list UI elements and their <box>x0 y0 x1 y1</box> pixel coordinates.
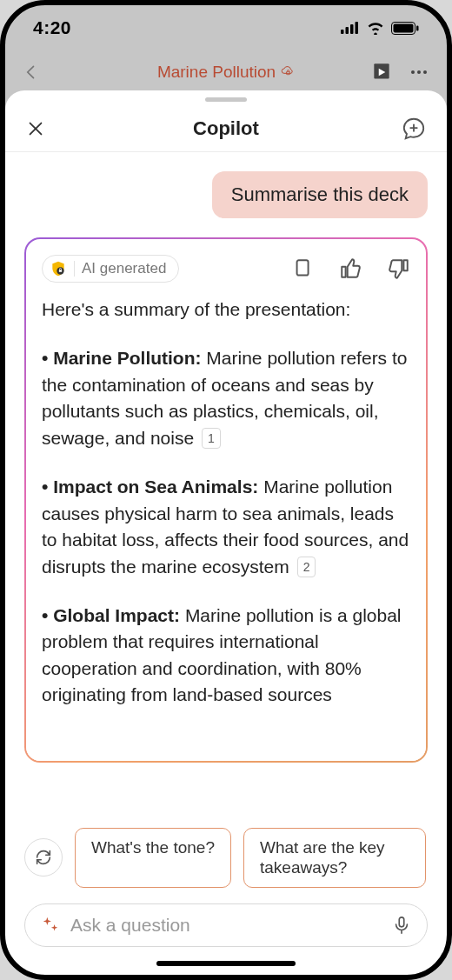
status-bar: 4:20 <box>5 5 447 50</box>
status-icons <box>341 21 419 35</box>
ai-bullet: • Marine Pollution: Marine pollution ref… <box>42 345 410 451</box>
doc-title-text: Marine Pollution <box>157 63 276 82</box>
ai-bullet: • Global Impact: Marine pollution is a g… <box>42 603 410 709</box>
svg-rect-6 <box>416 25 419 30</box>
svg-rect-12 <box>59 270 62 272</box>
chat-input[interactable] <box>70 915 382 936</box>
svg-rect-1 <box>346 27 349 34</box>
svg-rect-2 <box>350 24 354 34</box>
chat-input-bar[interactable] <box>24 903 428 947</box>
suggestions-row: What's the tone? What are the key takeaw… <box>5 814 447 889</box>
home-indicator[interactable] <box>156 961 296 966</box>
refresh-icon <box>34 848 53 867</box>
suggestion-pill[interactable]: What's the tone? <box>75 828 231 889</box>
bg-app-header: Marine Pollution <box>5 50 447 94</box>
citation-badge[interactable]: 1 <box>202 428 221 449</box>
ai-intro-text: Here's a summary of the presentation: <box>42 297 410 323</box>
more-icon[interactable] <box>409 62 429 83</box>
back-icon[interactable] <box>23 63 40 81</box>
sparkle-icon <box>41 916 60 935</box>
signal-icon <box>341 22 360 34</box>
thumbs-up-button[interactable] <box>339 257 362 280</box>
svg-rect-0 <box>341 30 344 34</box>
svg-rect-3 <box>356 22 359 34</box>
svg-point-10 <box>423 70 427 74</box>
svg-rect-13 <box>297 260 309 275</box>
copy-button[interactable] <box>290 257 313 280</box>
chat-body: Summarise this deck AI generated <box>5 152 447 814</box>
ai-bullet: • Impact on Sea Animals: Marine pollutio… <box>42 474 410 580</box>
presenter-icon[interactable] <box>370 61 393 83</box>
suggestion-pill[interactable]: What are the key takeaways? <box>243 828 426 889</box>
sheet-grabber[interactable] <box>205 97 247 102</box>
ai-response-card: AI generated Here's a summary of the pre… <box>24 237 428 763</box>
refresh-suggestions-button[interactable] <box>24 838 63 877</box>
cloud-lock-icon <box>281 65 295 79</box>
svg-point-9 <box>417 70 421 74</box>
svg-rect-5 <box>394 23 414 32</box>
mic-icon[interactable] <box>392 915 411 936</box>
battery-icon <box>391 22 419 35</box>
status-time: 4:20 <box>33 17 71 38</box>
copilot-sheet: Copilot Summarise this deck AI generated <box>5 90 447 975</box>
ai-badge-label: AI generated <box>82 260 166 277</box>
citation-badge[interactable]: 2 <box>297 557 316 577</box>
close-icon[interactable] <box>26 119 45 138</box>
thumbs-down-button[interactable] <box>388 257 410 280</box>
user-message: Summarise this deck <box>212 171 428 218</box>
shield-icon <box>50 260 67 277</box>
new-chat-icon[interactable] <box>402 117 426 141</box>
ai-generated-badge: AI generated <box>42 255 179 283</box>
doc-title: Marine Pollution <box>157 63 295 82</box>
sheet-title: Copilot <box>193 117 259 140</box>
sheet-header: Copilot <box>5 105 447 152</box>
svg-point-8 <box>411 70 415 74</box>
svg-rect-14 <box>399 917 404 927</box>
wifi-icon <box>366 21 385 35</box>
